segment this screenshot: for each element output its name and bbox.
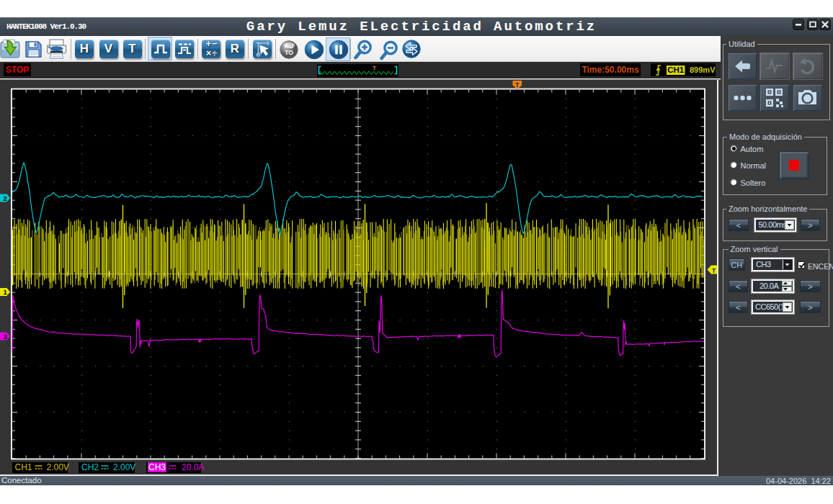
svg-text:TO: TO [285, 49, 293, 56]
svg-text:CH1: CH1 [667, 66, 685, 74]
svg-text:1: 1 [4, 288, 8, 296]
svg-text:3: 3 [4, 333, 7, 341]
svg-text:T: T [373, 65, 376, 71]
svg-text:T: T [712, 267, 716, 274]
svg-text:899mV: 899mV [690, 66, 716, 74]
svg-text:2: 2 [4, 194, 7, 202]
svg-text:T: T [515, 81, 520, 89]
